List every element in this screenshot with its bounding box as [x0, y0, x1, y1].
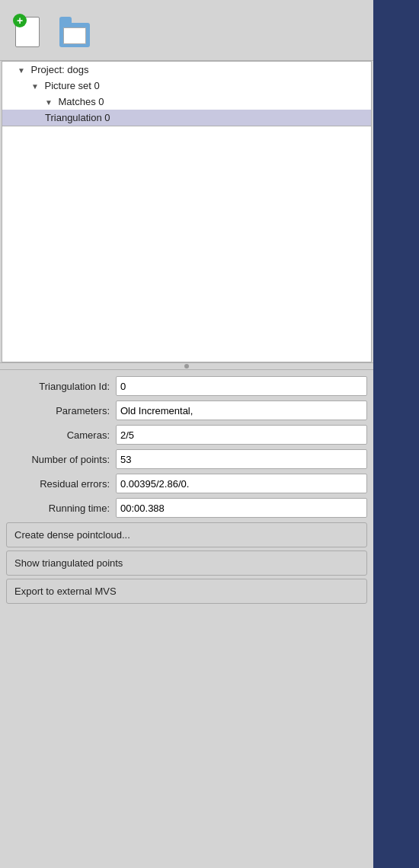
expand-arrow-matches: ▼ — [45, 98, 53, 107]
open-project-button[interactable] — [55, 8, 94, 53]
triangulation-id-input[interactable] — [116, 376, 367, 396]
triangulation-id-label: Triangulation Id: — [3, 381, 116, 392]
num-points-input[interactable] — [116, 449, 367, 469]
matches-label: Matches 0 — [59, 96, 104, 107]
project-label: Project: dogs — [31, 64, 89, 75]
open-folder-icon — [59, 14, 90, 47]
new-project-button[interactable]: + — [8, 8, 47, 53]
toolbar: + — [0, 0, 373, 61]
running-time-row: Running time: — [3, 498, 370, 518]
parameters-input[interactable] — [116, 400, 367, 420]
num-points-row: Number of points: — [3, 449, 370, 469]
tree-content-area — [2, 126, 372, 362]
residual-label: Residual errors: — [3, 478, 116, 490]
num-points-label: Number of points: — [3, 454, 116, 465]
residual-row: Residual errors: — [3, 474, 370, 493]
expand-arrow-pictureset: ▼ — [31, 82, 39, 91]
new-project-icon: + — [13, 14, 42, 47]
divider-dot — [184, 364, 189, 369]
tree-triangulation[interactable]: Triangulation 0 — [2, 110, 371, 126]
properties-panel: Triangulation Id: Parameters: Cameras: N… — [0, 370, 373, 868]
running-time-input[interactable] — [116, 498, 367, 518]
cameras-label: Cameras: — [3, 429, 116, 441]
cameras-row: Cameras: — [3, 425, 370, 445]
create-dense-button[interactable]: Create dense pointcloud... — [6, 522, 367, 547]
running-time-label: Running time: — [3, 503, 116, 514]
tree-picture-set[interactable]: ▼ Picture set 0 — [2, 78, 371, 94]
tree-project[interactable]: ▼ Project: dogs — [2, 62, 371, 78]
picture-set-label: Picture set 0 — [45, 80, 100, 91]
cameras-input[interactable] — [116, 425, 367, 445]
residual-input[interactable] — [116, 474, 367, 493]
triangulation-id-row: Triangulation Id: — [3, 376, 370, 396]
parameters-label: Parameters: — [3, 405, 116, 416]
tree-panel: ▼ Project: dogs ▼ Picture set 0 ▼ Matche… — [2, 61, 372, 126]
export-mvs-button[interactable]: Export to external MVS — [6, 579, 367, 604]
show-triangulated-button[interactable]: Show triangulated points — [6, 550, 367, 576]
expand-arrow-project: ▼ — [18, 66, 25, 75]
tree-matches[interactable]: ▼ Matches 0 — [2, 94, 371, 110]
right-sidebar — [373, 0, 419, 868]
divider — [0, 362, 373, 370]
triangulation-label: Triangulation 0 — [45, 112, 110, 123]
parameters-row: Parameters: — [3, 400, 370, 420]
